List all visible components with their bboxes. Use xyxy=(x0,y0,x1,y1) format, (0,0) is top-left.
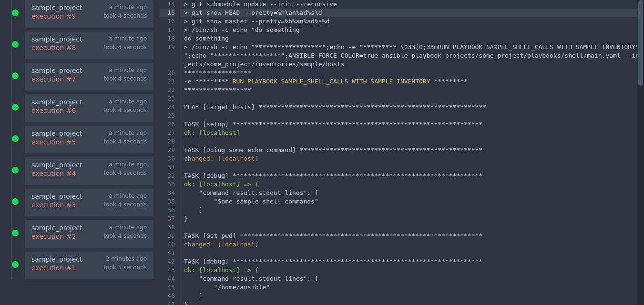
log-line: jects/some_project/inventories/sample/ho… xyxy=(180,60,637,69)
execution-meta: 2 minutes agotook 5 seconds xyxy=(103,254,147,272)
log-line: TASK [setup] ***************************… xyxy=(180,120,637,129)
log-line: TASK [debug] ***************************… xyxy=(180,257,637,266)
log-line: "/home/ansible" xyxy=(180,283,637,292)
line-number: 18 xyxy=(159,34,175,43)
execution-meta: a minute agotook 4 seconds xyxy=(103,3,147,20)
execution-meta: a minute agotook 4 seconds xyxy=(103,160,147,177)
execution-meta: a minute agotook 4 seconds xyxy=(103,223,147,240)
vertical-scrollbar[interactable] xyxy=(637,0,644,305)
line-number: 40 xyxy=(159,240,175,249)
log-line: TASK [Get pwd] *************************… xyxy=(180,232,637,240)
log-line: > /bin/sh -c echo "******************";e… xyxy=(180,43,637,51)
execution-item-6[interactable]: sample_projectexecution #6a minute agoto… xyxy=(25,94,153,122)
line-number: 19 xyxy=(159,43,175,51)
log-line xyxy=(180,249,637,257)
line-number: 22 xyxy=(159,86,175,94)
line-number: 28 xyxy=(159,137,175,146)
execution-duration: took 4 seconds xyxy=(103,232,147,240)
log-line xyxy=(180,112,637,120)
execution-item-5[interactable]: sample_projectexecution #5a minute agoto… xyxy=(25,126,153,153)
log-line: > git show HEAD --pretty=%h%an%ad%s%d xyxy=(180,9,637,17)
log-line: -e ********* RUN PLAYBOOK SAMPLE_SHELL_C… xyxy=(180,77,637,86)
execution-meta: a minute agotook 4 seconds xyxy=(103,97,147,114)
execution-meta: a minute agotook 4 seconds xyxy=(103,192,147,209)
line-number: 14 xyxy=(159,0,175,9)
execution-time: a minute ago xyxy=(103,3,147,11)
line-number: 37 xyxy=(159,214,175,223)
line-number: 36 xyxy=(159,206,175,214)
execution-item-4[interactable]: sample_projectexecution #4a minute agoto… xyxy=(25,157,153,185)
line-number: 44 xyxy=(159,274,175,283)
log-line: } xyxy=(180,300,637,305)
log-line: changed: [localhost] xyxy=(180,154,637,163)
log-line: do something xyxy=(180,34,637,43)
line-number: 32 xyxy=(159,172,175,180)
execution-item-7[interactable]: sample_projectexecution #7a minute agoto… xyxy=(25,63,153,91)
line-number: 20 xyxy=(159,69,175,77)
execution-item-2[interactable]: sample_projectexecution #2a minute agoto… xyxy=(25,220,153,248)
log-line: PLAY [target_hosts] ********************… xyxy=(180,103,637,112)
line-number: 17 xyxy=(159,26,175,34)
execution-duration: took 4 seconds xyxy=(103,200,147,209)
execution-time: a minute ago xyxy=(103,192,147,200)
line-number: 45 xyxy=(159,283,175,292)
log-line: > /bin/sh -c echo "do something" xyxy=(180,26,637,34)
execution-time: 2 minutes ago xyxy=(103,254,147,263)
execution-sidebar: sample_projectexecution #9a minute agoto… xyxy=(0,0,159,305)
execution-item-1[interactable]: sample_projectexecution #12 minutes agot… xyxy=(25,252,153,279)
line-number: 24 xyxy=(159,103,175,112)
log-line: > git submodule update --init --recursiv… xyxy=(180,0,637,9)
log-line xyxy=(180,163,637,172)
line-number: 27 xyxy=(159,129,175,137)
execution-duration: took 4 seconds xyxy=(103,137,147,146)
execution-duration: took 5 seconds xyxy=(103,263,147,272)
line-number: 38 xyxy=(159,223,175,232)
log-line: TASK [Doing some echo command] *********… xyxy=(180,146,637,154)
log-line: ****************** xyxy=(180,86,637,94)
scrollbar-thumb[interactable] xyxy=(638,0,643,86)
log-line: "command_result.stdout_lines": [ xyxy=(180,189,637,197)
execution-meta: a minute agotook 4 seconds xyxy=(103,129,147,146)
line-number: 25 xyxy=(159,112,175,120)
log-line: ok: [localhost] xyxy=(180,129,637,137)
log-line: ] xyxy=(180,206,637,214)
line-number: 30 xyxy=(159,154,175,163)
log-output[interactable]: > git submodule update --init --recursiv… xyxy=(180,0,637,305)
line-number-gutter: 1415161718192021222324252627282930313233… xyxy=(159,0,180,305)
log-line: ok: [localhost] => { xyxy=(180,180,637,189)
execution-duration: took 4 seconds xyxy=(103,11,147,20)
execution-item-9[interactable]: sample_projectexecution #9a minute agoto… xyxy=(25,0,153,28)
log-line: > git show master --pretty=%h%an%ad%s%d xyxy=(180,17,637,26)
log-panel: 1415161718192021222324252627282930313233… xyxy=(159,0,644,305)
line-number: 26 xyxy=(159,120,175,129)
log-line xyxy=(180,94,637,103)
execution-time: a minute ago xyxy=(103,66,147,74)
log-line xyxy=(180,223,637,232)
execution-duration: took 4 seconds xyxy=(103,106,147,114)
execution-time: a minute ago xyxy=(103,97,147,106)
line-number: 15 xyxy=(159,9,175,17)
line-number: 31 xyxy=(159,163,175,172)
execution-timeline: sample_projectexecution #9a minute agoto… xyxy=(0,0,159,279)
log-line: } xyxy=(180,214,637,223)
log-line: "command_result.stdout_lines": [ xyxy=(180,274,637,283)
line-number: 33 xyxy=(159,180,175,189)
log-line: ";echo "******************";ANSIBLE_FORC… xyxy=(180,51,637,60)
execution-time: a minute ago xyxy=(103,223,147,232)
execution-meta: a minute agotook 4 seconds xyxy=(103,66,147,83)
line-number: 41 xyxy=(159,249,175,257)
line-number: 35 xyxy=(159,197,175,206)
log-line: ****************** xyxy=(180,69,637,77)
execution-duration: took 4 seconds xyxy=(103,74,147,83)
line-number xyxy=(159,51,175,60)
execution-duration: took 4 seconds xyxy=(103,43,147,51)
log-line: ] xyxy=(180,292,637,300)
line-number: 47 xyxy=(159,300,175,305)
line-number: 42 xyxy=(159,257,175,266)
execution-item-8[interactable]: sample_projectexecution #8a minute agoto… xyxy=(25,31,153,59)
log-line: changed: [localhost] xyxy=(180,240,637,249)
log-line: ok: [localhost] => { xyxy=(180,266,637,274)
execution-time: a minute ago xyxy=(103,160,147,169)
execution-item-3[interactable]: sample_projectexecution #3a minute agoto… xyxy=(25,189,153,216)
execution-time: a minute ago xyxy=(103,34,147,43)
